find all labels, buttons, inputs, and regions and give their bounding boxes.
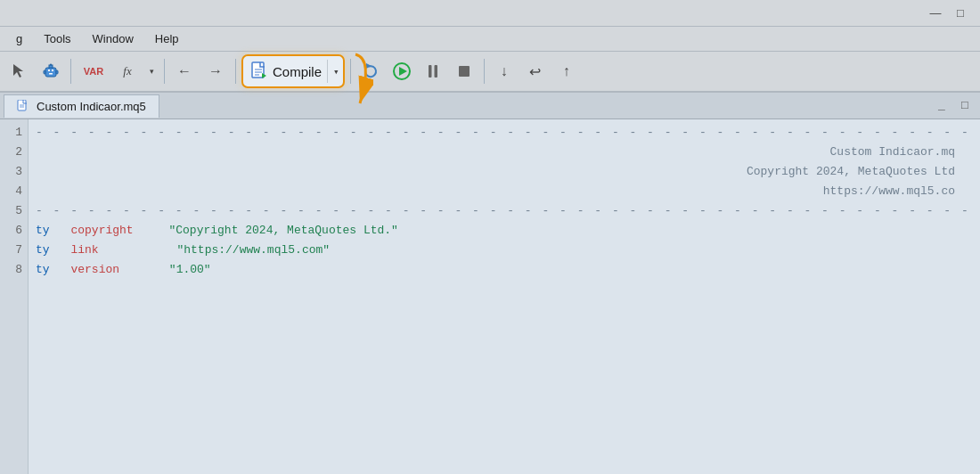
svg-rect-4 xyxy=(49,73,53,75)
separator-3 xyxy=(235,59,236,84)
comment-url: https://www.mql5.co xyxy=(823,182,973,201)
svg-marker-17 xyxy=(399,67,407,76)
robot-icon[interactable] xyxy=(37,57,65,86)
minimize-button[interactable]: — xyxy=(923,4,948,23)
var-icon[interactable]: VAR xyxy=(77,57,110,86)
code-line-8: ty version "1.00" xyxy=(36,260,973,280)
menu-window[interactable]: Window xyxy=(84,29,143,48)
doc-tab-bar: Custom Indicaor.mq5 _ □ xyxy=(0,93,980,119)
fx-dropdown-icon[interactable]: ▾ xyxy=(144,57,159,86)
toolbar: VAR fx ▾ ← → xyxy=(0,52,980,93)
code-line-1: - - - - - - - - - - - - - - - - - - - - … xyxy=(36,123,973,143)
val-version: "1.00" xyxy=(169,260,211,280)
separator-4 xyxy=(350,59,351,84)
svg-rect-2 xyxy=(48,69,50,71)
comment-filename: Custom Indicaor.mq xyxy=(830,143,973,162)
doc-tab-label: Custom Indicaor.mq5 xyxy=(37,100,146,113)
space-7 xyxy=(57,241,64,260)
editor-area: 1 2 3 4 5 6 7 8 - - - - - - - - - - - - … xyxy=(0,119,980,474)
doc-tab-icon xyxy=(17,100,29,112)
svg-rect-8 xyxy=(56,70,58,74)
kw-copyright: copyright xyxy=(70,221,133,241)
svg-rect-20 xyxy=(459,66,470,77)
step-up-icon[interactable]: ↑ xyxy=(552,57,581,86)
undo-icon[interactable]: ↩ xyxy=(521,57,550,86)
doc-minimize-button[interactable]: _ xyxy=(932,96,951,116)
menu-tools[interactable]: Tools xyxy=(35,29,79,48)
pause-icon[interactable] xyxy=(419,57,447,86)
code-content[interactable]: - - - - - - - - - - - - - - - - - - - - … xyxy=(29,119,980,474)
code-line-4: https://www.mql5.co xyxy=(36,182,973,201)
code-line-7: ty link "https://www.mql5.com" xyxy=(36,241,973,260)
kw-ty-8: ty xyxy=(36,260,50,280)
kw-link: link xyxy=(70,241,98,260)
maximize-button[interactable]: □ xyxy=(948,4,973,23)
val-copyright: "Copyright 2024, MetaQuotes Ltd." xyxy=(168,221,397,241)
space-6b xyxy=(148,221,155,241)
step-down-icon[interactable]: ↓ xyxy=(490,57,519,86)
dashed-line-2: - - - - - - - - - - - - - - - - - - - - … xyxy=(36,201,980,221)
menu-bar: g Tools Window Help xyxy=(0,27,980,52)
dashed-line-1: - - - - - - - - - - - - - - - - - - - - … xyxy=(36,123,980,143)
svg-rect-1 xyxy=(45,68,56,77)
compile-button-group[interactable]: Compile ▾ xyxy=(241,54,345,88)
svg-marker-0 xyxy=(13,64,23,78)
compile-doc-icon xyxy=(250,61,268,81)
code-line-5: - - - - - - - - - - - - - - - - - - - - … xyxy=(36,201,973,221)
replay-icon[interactable] xyxy=(356,57,385,86)
space-7b xyxy=(135,241,142,260)
kw-ty-7: ty xyxy=(36,241,50,260)
line-numbers: 1 2 3 4 5 6 7 8 xyxy=(0,119,29,474)
separator-1 xyxy=(70,59,71,84)
space-6 xyxy=(57,221,64,241)
separator-5 xyxy=(484,59,485,84)
doc-maximize-button[interactable]: □ xyxy=(955,96,975,116)
space-8b xyxy=(141,260,148,280)
title-bar: — □ xyxy=(0,0,980,27)
separator-2 xyxy=(164,59,165,84)
stop-icon[interactable] xyxy=(450,57,478,86)
svg-rect-7 xyxy=(44,70,45,74)
svg-marker-15 xyxy=(366,63,372,69)
comment-copyright: Copyright 2024, MetaQuotes Ltd xyxy=(747,162,973,182)
menu-g[interactable]: g xyxy=(7,29,31,48)
code-line-6: ty copyright "Copyright 2024, MetaQuotes… xyxy=(36,221,973,241)
compile-label: Compile xyxy=(273,64,322,79)
forward-icon[interactable]: → xyxy=(201,57,230,86)
code-line-2: Custom Indicaor.mq xyxy=(36,143,973,162)
svg-rect-18 xyxy=(429,65,432,78)
back-icon[interactable]: ← xyxy=(170,57,199,86)
play-icon[interactable] xyxy=(388,57,416,86)
doc-tab-controls: _ □ xyxy=(932,96,980,116)
val-link: "https://www.mql5.com" xyxy=(176,241,330,260)
svg-rect-19 xyxy=(434,65,437,78)
svg-rect-3 xyxy=(52,69,53,71)
kw-version: version xyxy=(70,260,119,280)
cursor-icon[interactable] xyxy=(5,57,34,86)
kw-ty-6: ty xyxy=(36,221,50,241)
code-line-3: Copyright 2024, MetaQuotes Ltd xyxy=(36,162,973,182)
compile-separator xyxy=(327,60,328,83)
space-8 xyxy=(57,260,64,280)
menu-help[interactable]: Help xyxy=(146,29,188,48)
doc-tab[interactable]: Custom Indicaor.mq5 xyxy=(4,94,159,118)
compile-dropdown-arrow[interactable]: ▾ xyxy=(333,66,339,78)
compile-button-wrapper: Compile ▾ xyxy=(241,54,345,88)
fx-icon[interactable]: fx xyxy=(113,57,142,86)
svg-point-6 xyxy=(50,64,52,66)
